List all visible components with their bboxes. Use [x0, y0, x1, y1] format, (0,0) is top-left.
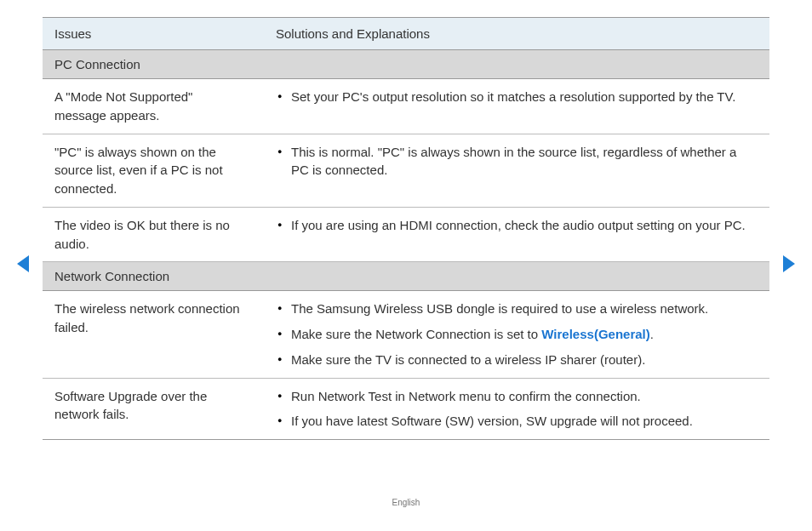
page-language: English	[0, 498, 812, 507]
troubleshooting-table: Issues Solutions and Explanations PC Con…	[43, 17, 769, 440]
section-header: PC Connection	[43, 50, 769, 79]
issue-cell: Software Upgrade over the network fails.	[43, 378, 264, 440]
header-solutions: Solutions and Explanations	[264, 18, 769, 50]
section-header: Network Connection	[43, 262, 769, 291]
solution-cell: Run Network Test in Network menu to conf…	[264, 378, 769, 440]
issue-cell: The video is OK but there is no audio.	[43, 207, 264, 262]
solution-item: Make sure the Network Connection is set …	[291, 325, 758, 344]
issue-cell: The wireless network connection failed.	[43, 291, 264, 378]
issue-cell: "PC" is always shown on the source list,…	[43, 134, 264, 207]
issue-cell: A "Mode Not Supported" message appears.	[43, 79, 264, 134]
solution-item: Set your PC's output resolution so it ma…	[291, 88, 758, 106]
solution-cell: The Samsung Wireless USB dongle is requi…	[264, 291, 769, 378]
solution-cell: Set your PC's output resolution so it ma…	[264, 79, 769, 134]
inline-link[interactable]: Wireless(General)	[541, 327, 649, 341]
header-issues: Issues	[43, 18, 264, 50]
solution-item: Make sure the TV is connected to a wirel…	[291, 351, 758, 369]
solution-item: The Samsung Wireless USB dongle is requi…	[291, 300, 758, 318]
solution-item: If you have latest Software (SW) version…	[291, 412, 758, 431]
solution-item: This is normal. "PC" is always shown in …	[291, 143, 758, 180]
solution-cell: This is normal. "PC" is always shown in …	[264, 134, 769, 207]
solution-cell: If you are using an HDMI connection, che…	[264, 207, 769, 262]
solution-item: Run Network Test in Network menu to conf…	[291, 387, 758, 406]
solution-item: If you are using an HDMI connection, che…	[291, 216, 758, 235]
